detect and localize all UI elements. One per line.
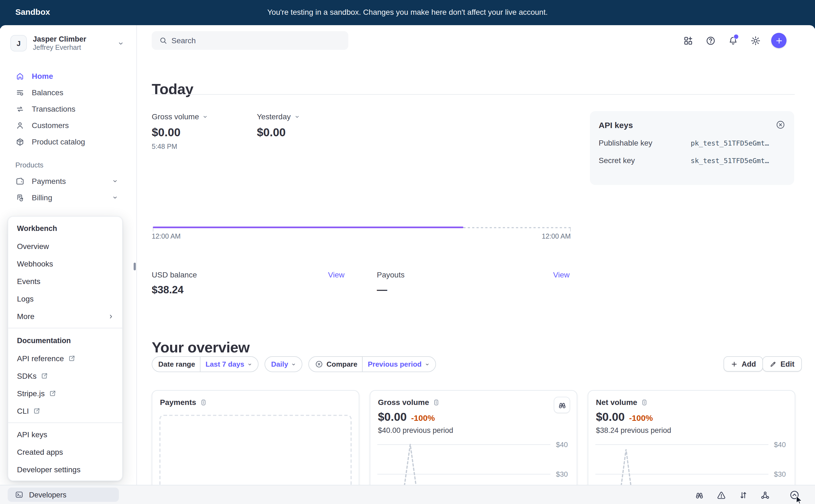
- webhook-icon: [760, 490, 770, 500]
- sidebar-item-balances[interactable]: Balances: [0, 84, 136, 101]
- text-cursor: [134, 263, 136, 270]
- sidebar-item-label: Payments: [32, 177, 66, 186]
- developers-button[interactable]: Developers: [8, 488, 119, 502]
- menu-divider: [8, 422, 122, 423]
- menu-item-events[interactable]: Events: [8, 273, 122, 290]
- menu-item-created-apps[interactable]: Created apps: [8, 443, 122, 461]
- menu-item-webhooks[interactable]: Webhooks: [8, 255, 122, 273]
- sidebar-item-transactions[interactable]: Transactions: [0, 101, 136, 117]
- help-button[interactable]: [704, 33, 717, 48]
- sidebar-item-billing[interactable]: Billing: [0, 189, 136, 206]
- yesterday-metric: Yesterday $0.00: [257, 112, 300, 139]
- secret-key-label: Secret key: [598, 156, 691, 165]
- errors-button[interactable]: [710, 488, 732, 502]
- menu-item-sdks[interactable]: SDKs: [8, 367, 122, 385]
- payments-card: Payments: [152, 390, 359, 500]
- webhooks-button[interactable]: [754, 488, 776, 502]
- menu-item-more[interactable]: More: [8, 308, 122, 325]
- today-chart-line-dashed: [463, 227, 571, 228]
- close-circle-icon[interactable]: [315, 360, 323, 368]
- search-input[interactable]: [152, 31, 348, 50]
- chevron-down-icon: [112, 178, 118, 184]
- account-org: Jeffrey Everhart: [33, 44, 86, 51]
- gross-volume-selector[interactable]: Gross volume: [152, 112, 209, 121]
- menu-item-stripejs[interactable]: Stripe.js: [8, 385, 122, 402]
- yesterday-value: $0.00: [257, 126, 300, 139]
- metric-label: Gross volume: [152, 112, 199, 121]
- sidebar-item-home[interactable]: Home: [0, 68, 136, 84]
- usd-balance-value: $38.24: [152, 284, 345, 296]
- y-tick-top: $40: [556, 441, 568, 449]
- customers-icon: [15, 121, 25, 130]
- add-button[interactable]: Add: [724, 356, 763, 372]
- menu-item-overview[interactable]: Overview: [8, 237, 122, 255]
- chevron-down-icon: [112, 194, 118, 201]
- net-volume-card-delta: -100%: [629, 413, 653, 422]
- pencil-icon: [770, 360, 777, 367]
- menu-item-cli[interactable]: CLI: [8, 402, 122, 420]
- sidebar-item-label: Customers: [32, 121, 69, 130]
- sidebar-item-product-catalog[interactable]: Product catalog: [0, 134, 136, 150]
- gross-volume-card: Gross volume $0.00 -100% $40.00 previous…: [370, 390, 577, 500]
- menu-item-api-reference[interactable]: API reference: [8, 350, 122, 367]
- developers-menu: Workbench Overview Webhooks Events Logs …: [8, 216, 123, 481]
- sandbox-message: You're testing in a sandbox. Changes you…: [0, 8, 815, 16]
- inspector-button[interactable]: [689, 488, 710, 502]
- help-icon: [705, 35, 716, 46]
- home-icon: [15, 71, 25, 81]
- payments-card-title: Payments: [160, 398, 196, 407]
- stripe-sandbox-dashboard: Sandbox You're testing in a sandbox. Cha…: [0, 0, 815, 504]
- sidebar-item-payments[interactable]: Payments: [0, 173, 136, 189]
- sidebar-item-customers[interactable]: Customers: [0, 117, 136, 134]
- sidebar-divider: [136, 25, 137, 485]
- explore-button[interactable]: [554, 397, 570, 413]
- menu-item-api-keys[interactable]: API keys: [8, 426, 122, 443]
- yesterday-selector[interactable]: Yesterday: [257, 112, 300, 121]
- date-range-filter[interactable]: Date range Last 7 days: [152, 356, 259, 372]
- api-keys-card: API keys Publishable key pk_test_51TFD5e…: [590, 111, 794, 185]
- developers-label: Developers: [29, 491, 66, 499]
- grid-plus-icon: [683, 35, 693, 46]
- compare-filter[interactable]: Compare Previous period: [308, 356, 436, 372]
- payouts-section: Payouts View —: [377, 270, 569, 296]
- sidebar-heading-products: Products: [0, 157, 136, 173]
- create-button[interactable]: [771, 33, 787, 48]
- payouts-view-link[interactable]: View: [553, 270, 569, 279]
- chart-start-label: 12:00 AM: [152, 233, 181, 240]
- notifications-button[interactable]: [726, 33, 739, 48]
- chevron-right-icon: [107, 313, 114, 320]
- gross-volume-card-value: $0.00: [378, 410, 407, 424]
- menu-item-developer-settings[interactable]: Developer settings: [8, 461, 122, 478]
- external-link-icon: [68, 355, 75, 362]
- secret-key-row: Secret key sk_test_51TFD5eGmt…: [598, 156, 785, 165]
- api-requests-button[interactable]: [732, 488, 754, 502]
- interval-filter[interactable]: Daily: [265, 356, 302, 372]
- secret-key-value[interactable]: sk_test_51TFD5eGmt…: [691, 156, 769, 164]
- close-circle-icon[interactable]: [776, 120, 785, 130]
- publishable-key-value[interactable]: pk_test_51TFD5eGmt…: [691, 139, 769, 147]
- warning-icon: [716, 490, 726, 500]
- chevron-down-icon: [117, 40, 124, 47]
- apps-button[interactable]: [681, 33, 695, 48]
- net-volume-card-value: $0.00: [596, 410, 625, 424]
- metric-label: Yesterday: [257, 112, 291, 121]
- info-icon: [641, 399, 648, 406]
- transactions-icon: [15, 104, 25, 114]
- menu-item-label: Stripe.js: [17, 389, 45, 398]
- account-switcher[interactable]: J Jasper Climber Jeffrey Everhart: [7, 32, 130, 54]
- date-range-value: Last 7 days: [200, 357, 258, 372]
- terminal-icon: [15, 490, 24, 499]
- settings-button[interactable]: [749, 33, 762, 48]
- edit-button[interactable]: Edit: [762, 356, 802, 372]
- y-tick-bottom: $30: [556, 470, 568, 478]
- info-icon: [433, 399, 440, 406]
- usd-balance-view-link[interactable]: View: [328, 270, 345, 279]
- interval-value: Daily: [265, 357, 302, 372]
- external-link-icon: [48, 390, 56, 397]
- menu-item-label: CLI: [17, 407, 29, 415]
- gross-volume-metric: Gross volume $0.00 5:48 PM: [152, 112, 209, 150]
- product-catalog-icon: [15, 137, 25, 146]
- gear-icon: [750, 35, 761, 46]
- menu-item-logs[interactable]: Logs: [8, 290, 122, 308]
- external-link-icon: [33, 407, 40, 415]
